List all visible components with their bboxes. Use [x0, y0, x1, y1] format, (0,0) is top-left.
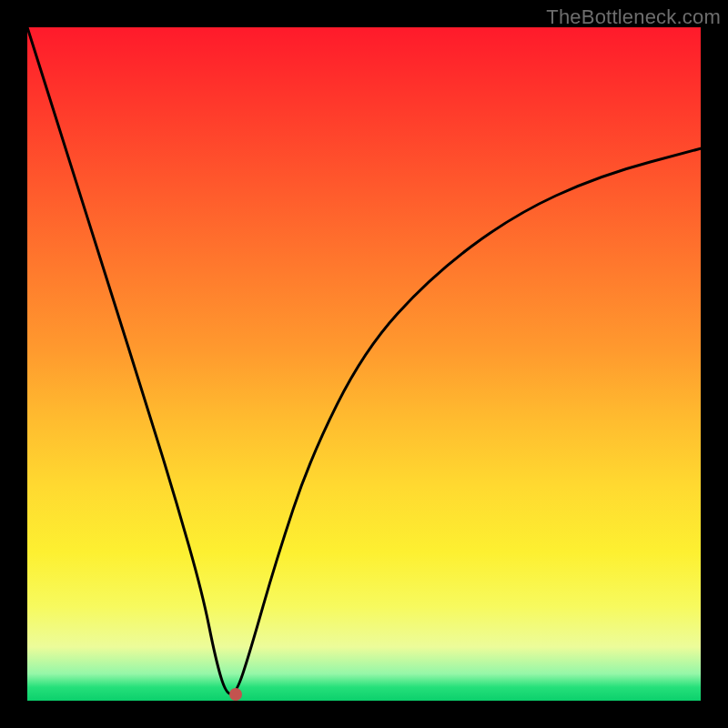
optimum-marker — [229, 688, 242, 701]
plot-area — [27, 27, 701, 701]
watermark-text: TheBottleneck.com — [546, 5, 721, 29]
chart-frame: TheBottleneck.com — [0, 0, 728, 728]
bottleneck-curve — [27, 27, 701, 701]
